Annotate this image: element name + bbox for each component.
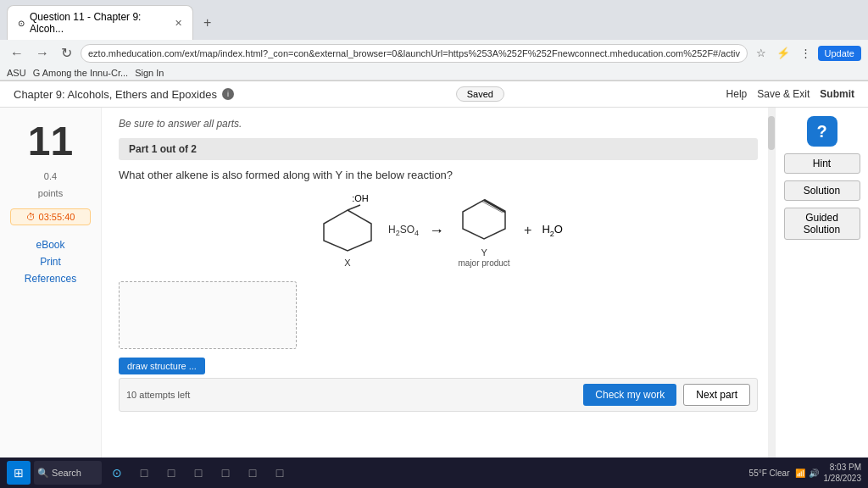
taskbar-chrome[interactable]: ⊙ — [105, 461, 129, 485]
product-molecule: Y major product — [454, 193, 514, 268]
menu-icon[interactable]: ⋮ — [797, 45, 815, 61]
ebook-link[interactable]: eBook — [10, 239, 91, 251]
content-area: Be sure to answer all parts. Part 1 out … — [102, 108, 775, 485]
taskbar-app4[interactable]: □ — [214, 461, 237, 485]
help-bubble[interactable]: ? — [807, 116, 837, 147]
product-y-label: Y — [481, 247, 487, 258]
solution-button[interactable]: Solution — [784, 180, 860, 201]
next-part-button[interactable]: Next part — [683, 384, 750, 406]
svg-line-1 — [348, 205, 360, 210]
reaction-area: :OH X H2SO4 → — [119, 193, 758, 268]
plus-sign: + — [524, 223, 531, 238]
info-icon[interactable]: i — [222, 88, 234, 100]
taskbar-app3[interactable]: □ — [186, 461, 210, 485]
question-number: 11 — [10, 118, 91, 164]
bookmarks-bar: ASU G Among the Innu-Cr... Sign In — [0, 66, 868, 80]
main-layout: 11 0.4 points ⏱ 03:55:40 eBook Print Ref… — [0, 108, 868, 485]
taskbar-time: 8:03 PM — [824, 462, 862, 473]
update-button[interactable]: Update — [818, 46, 861, 61]
instruction-text: Be sure to answer all parts. — [119, 118, 758, 130]
refresh-button[interactable]: ↻ — [58, 43, 75, 63]
water-molecule: H2O — [542, 223, 563, 238]
timer-value: 03:55:40 — [39, 212, 75, 222]
oh-label: :OH — [352, 193, 369, 203]
sidebar: 11 0.4 points ⏱ 03:55:40 eBook Print Ref… — [0, 108, 102, 485]
right-panel: ? Hint Solution Guided Solution — [775, 108, 868, 485]
points-value: 0.4 — [10, 171, 91, 181]
reaction-arrow: → — [429, 222, 444, 240]
taskbar-app2[interactable]: □ — [159, 461, 183, 485]
action-buttons: Check my work Next part — [583, 384, 750, 406]
product-label: Y major product — [459, 247, 510, 268]
browser-actions: ☆ ⚡ ⋮ Update — [753, 45, 861, 61]
references-link[interactable]: References — [10, 273, 91, 285]
saved-button[interactable]: Saved — [456, 86, 504, 102]
taskbar-right: 55°F Clear 📶 🔊 8:03 PM 1/28/2023 — [749, 462, 861, 484]
sound-icon: 🔊 — [809, 469, 819, 478]
app-header: Chapter 9: Alcohols, Ethers and Epoxides… — [0, 81, 868, 108]
svg-marker-0 — [324, 210, 371, 251]
taskbar: ⊞ 🔍 Search ⊙ □ □ □ □ □ □ 55°F Clear 📶 🔊 … — [0, 458, 868, 488]
reagent-label: H2SO4 — [388, 224, 419, 237]
taskbar-date: 1/28/2023 — [824, 473, 862, 484]
taskbar-app5[interactable]: □ — [241, 461, 264, 485]
draw-structure-button[interactable]: draw structure ... — [119, 358, 205, 374]
header-actions: Help Save & Exit Submit — [726, 88, 854, 100]
url-bar[interactable] — [81, 44, 748, 63]
browser-chrome: ⊙ Question 11 - Chapter 9: Alcoh... ✕ + … — [0, 0, 868, 81]
tab-title: Question 11 - Chapter 9: Alcoh... — [30, 11, 170, 35]
taskbar-datetime: 8:03 PM 1/28/2023 — [824, 462, 862, 484]
back-button[interactable]: ← — [7, 44, 27, 63]
cyclohexene-svg — [454, 193, 514, 244]
hint-button[interactable]: Hint — [784, 153, 860, 174]
timer: ⏱ 03:55:40 — [10, 208, 91, 225]
chapter-title: Chapter 9: Alcohols, Ethers and Epoxides — [14, 88, 217, 101]
extensions-icon[interactable]: ⚡ — [773, 45, 793, 61]
svg-line-3 — [484, 200, 505, 212]
bookmark-icon[interactable]: ☆ — [753, 45, 770, 61]
part-header: Part 1 out of 2 — [119, 138, 758, 160]
search-taskbar[interactable]: 🔍 Search — [34, 461, 102, 485]
question-text: What other alkene is also formed along w… — [119, 169, 758, 181]
tab-close-icon[interactable]: ✕ — [175, 18, 182, 29]
taskbar-app1[interactable]: □ — [132, 461, 156, 485]
svg-marker-2 — [463, 200, 505, 239]
tab-favicon: ⊙ — [18, 19, 25, 28]
active-tab[interactable]: ⊙ Question 11 - Chapter 9: Alcoh... ✕ — [7, 5, 193, 40]
system-icons: 📶 🔊 — [795, 469, 819, 478]
reactant-label: X — [344, 258, 350, 268]
app-title: Chapter 9: Alcohols, Ethers and Epoxides… — [14, 88, 234, 101]
new-tab-button[interactable]: + — [197, 12, 218, 34]
scrollbar-thumb[interactable] — [768, 116, 775, 150]
major-product-label: major product — [459, 258, 510, 268]
draw-structure-area[interactable] — [119, 281, 297, 349]
tab-bar: ⊙ Question 11 - Chapter 9: Alcoh... ✕ + — [0, 0, 868, 40]
check-my-work-button[interactable]: Check my work — [583, 384, 676, 406]
cyclohexanol-svg — [314, 203, 381, 254]
points-label: points — [10, 188, 91, 198]
submit-button[interactable]: Submit — [820, 88, 854, 100]
sidebar-links: eBook Print References — [10, 239, 91, 285]
timer-icon: ⏱ — [26, 212, 36, 222]
scrollbar-track — [768, 108, 775, 485]
forward-button[interactable]: → — [32, 44, 53, 63]
bookmark-signin[interactable]: Sign In — [135, 68, 164, 78]
browser-controls: ← → ↻ ☆ ⚡ ⋮ Update — [0, 40, 868, 66]
save-exit-button[interactable]: Save & Exit — [757, 88, 810, 100]
start-button[interactable]: ⊞ — [7, 461, 31, 485]
attempts-left-text: 10 attempts left — [126, 390, 190, 400]
bookmark-asu[interactable]: ASU — [7, 68, 26, 78]
guided-solution-button[interactable]: Guided Solution — [784, 208, 860, 240]
reactant-molecule: :OH X — [314, 193, 381, 268]
print-link[interactable]: Print — [10, 256, 91, 268]
bookmark-google[interactable]: G Among the Innu-Cr... — [33, 68, 129, 78]
taskbar-temp: 55°F Clear — [749, 469, 790, 478]
taskbar-left: ⊞ 🔍 Search ⊙ □ □ □ □ □ □ — [7, 461, 292, 485]
bottom-action-bar: 10 attempts left Check my work Next part — [119, 378, 758, 412]
wifi-icon: 📶 — [795, 469, 805, 478]
help-button[interactable]: Help — [726, 88, 748, 100]
taskbar-app6[interactable]: □ — [268, 461, 292, 485]
